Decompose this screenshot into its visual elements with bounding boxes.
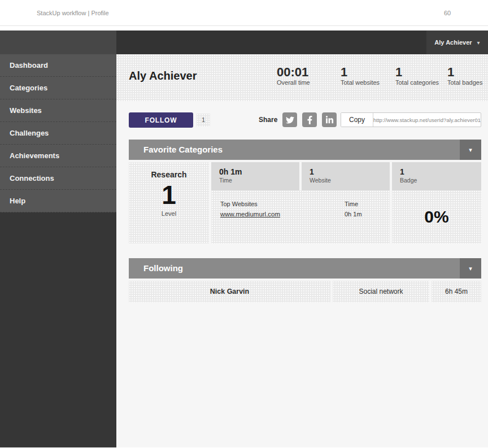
detail-time-block: Time 0h 1m [345, 201, 362, 218]
sidebar-item-websites[interactable]: Websites [0, 99, 116, 122]
stat-label: Overall time [277, 79, 310, 86]
topbar-spacer [0, 26, 488, 31]
stat-value: 1 [447, 66, 482, 79]
websites-value: 1 [310, 167, 390, 176]
profile-url-field[interactable]: http://www.stackup.net/userId?aly.achiev… [373, 113, 481, 127]
sidebar-item-achievements[interactable]: Achievements [0, 145, 116, 167]
collapse-following-button[interactable]: ▾ [460, 258, 481, 279]
following-header: Following ▾ [129, 258, 481, 279]
badges-value: 1 [400, 167, 481, 176]
top-websites-block: Top Websites www.mediumurl.com [220, 201, 280, 219]
favorite-categories-header: Favorite Categories ▾ [129, 140, 481, 160]
detail-time-label: Time [345, 201, 362, 207]
category-details: Top Websites www.mediumurl.com Time 0h 1… [211, 190, 390, 243]
category-name: Research [151, 170, 186, 179]
sidebar-filler [0, 212, 116, 447]
stat-total-badges: 1 Total badges [447, 66, 482, 86]
following-user-time: 6h 45m [432, 281, 481, 302]
main-content: Aly Achiever 00:01 Overall time 1 Total … [116, 54, 488, 447]
websites-label: Website [310, 177, 390, 184]
sidebar: Dashboard Categories Websites Challenges… [0, 54, 116, 447]
following-user-category: Social network [333, 281, 429, 302]
body-row: Dashboard Categories Websites Challenges… [0, 54, 488, 447]
section-title: Following [143, 258, 183, 279]
share-label: Share [259, 112, 277, 128]
chevron-down-icon: ▾ [469, 265, 472, 272]
sidebar-item-challenges[interactable]: Challenges [0, 122, 116, 145]
topbar: StackUp workflow | Profile 60 [0, 0, 488, 26]
stat-value: 1 [395, 66, 439, 79]
sidebar-item-connections[interactable]: Connections [0, 167, 116, 190]
app-header: Aly Achiever ▾ [0, 31, 488, 54]
app-header-left-panel [0, 31, 116, 54]
linkedin-icon[interactable] [322, 112, 337, 127]
profile-name: Aly Achiever [129, 69, 197, 82]
copy-button[interactable]: Copy [341, 113, 373, 127]
stat-total-categories: 1 Total categories [395, 66, 439, 86]
category-time-header: 0h 1m Time [211, 162, 299, 190]
sidebar-item-dashboard[interactable]: Dashboard [0, 54, 116, 77]
stat-label: Total categories [395, 79, 439, 86]
section-title: Favorite Categories [143, 140, 223, 160]
category-websites-header: 1 Website [302, 162, 390, 190]
category-card: Research 1 Level 0h 1m Time 1 Website 1 … [129, 162, 481, 243]
sidebar-item-help[interactable]: Help [0, 190, 116, 212]
user-menu-label: Aly Achiever [434, 39, 472, 46]
time-label: Time [219, 177, 299, 184]
following-user-name: Nick Garvin [129, 281, 330, 302]
chevron-down-icon: ▾ [477, 40, 480, 46]
stat-total-websites: 1 Total websites [341, 66, 380, 86]
copy-url-group: Copy http://www.stackup.net/userId?aly.a… [341, 112, 481, 127]
category-summary: Research 1 Level [129, 162, 209, 243]
follower-count-badge: 1 [197, 114, 210, 127]
actions-row: FOLLOW 1 Share Copy http://www.stackup.n… [129, 112, 481, 128]
top-website-link[interactable]: www.mediumurl.com [220, 211, 280, 218]
stat-value: 1 [341, 66, 380, 79]
app-header-right-panel: Aly Achiever ▾ [116, 31, 488, 54]
badges-label: Badge [400, 177, 481, 184]
top-websites-label: Top Websites [220, 201, 280, 207]
stat-label: Total badges [447, 79, 482, 86]
collapse-favorite-categories-button[interactable]: ▾ [460, 140, 481, 160]
sidebar-item-categories[interactable]: Categories [0, 77, 116, 99]
stat-value: 00:01 [277, 66, 310, 79]
page-number: 60 [444, 0, 451, 26]
time-value: 0h 1m [219, 167, 299, 176]
profile-header: Aly Achiever 00:01 Overall time 1 Total … [116, 54, 488, 101]
screen: StackUp workflow | Profile 60 Aly Achiev… [0, 0, 488, 448]
facebook-icon[interactable] [302, 112, 317, 127]
stat-label: Total websites [341, 79, 380, 86]
category-progress-cell: 0% [392, 190, 481, 243]
twitter-icon[interactable] [282, 112, 297, 127]
category-badges-header: 1 Badge [392, 162, 481, 190]
category-level-value: 1 [162, 181, 176, 208]
breadcrumb: StackUp workflow | Profile [37, 0, 109, 26]
detail-time-value: 0h 1m [345, 211, 362, 218]
progress-value: 0% [424, 207, 448, 227]
follow-button[interactable]: FOLLOW [129, 112, 193, 128]
user-menu[interactable]: Aly Achiever ▾ [426, 31, 488, 54]
following-row[interactable]: Nick Garvin Social network 6h 45m [129, 281, 481, 302]
chevron-down-icon: ▾ [469, 146, 472, 154]
stat-overall-time: 00:01 Overall time [277, 66, 310, 86]
category-level-label: Level [162, 210, 176, 217]
